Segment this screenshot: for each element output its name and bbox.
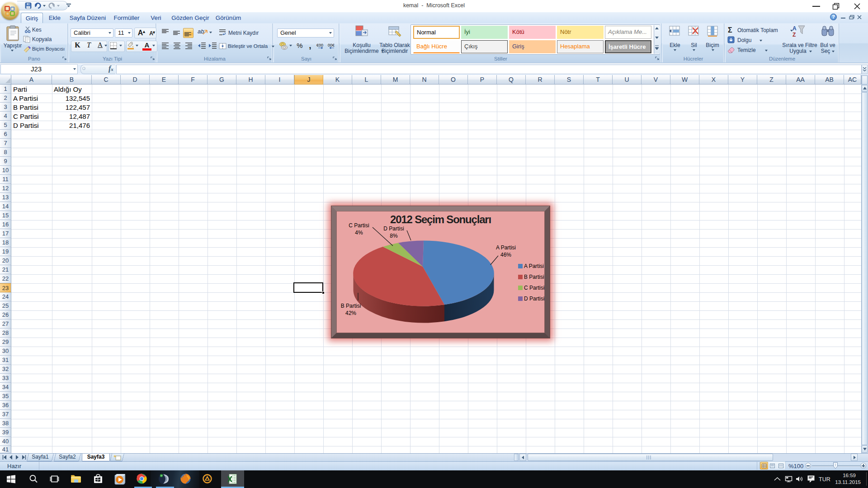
svg-text:00€: 00€ (328, 43, 335, 47)
svg-text:A: A (793, 25, 797, 32)
svg-text:Z: Z (793, 32, 796, 38)
svg-text:€00: €00 (316, 43, 323, 47)
